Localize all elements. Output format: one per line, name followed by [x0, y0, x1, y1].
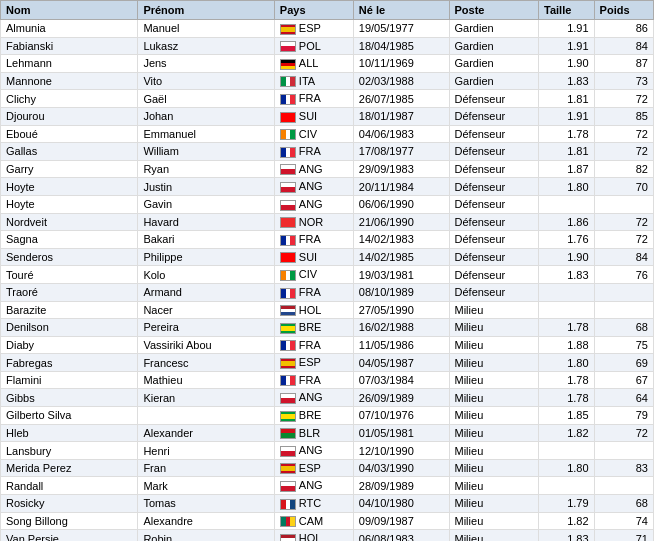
cell-prenom: Philippe [138, 248, 274, 266]
cell-nele: 17/08/1977 [353, 143, 449, 161]
cell-poste: Gardien [449, 55, 539, 73]
cell-pays: SUI [274, 248, 353, 266]
cell-taille: 1.82 [539, 424, 595, 442]
cell-pays: ANG [274, 160, 353, 178]
cell-poids: 71 [594, 530, 653, 541]
cell-nele: 18/01/1987 [353, 107, 449, 125]
cell-prenom: Ryan [138, 160, 274, 178]
cell-prenom: Tomas [138, 495, 274, 513]
cell-poste: Milieu [449, 459, 539, 477]
cell-prenom: Havard [138, 213, 274, 231]
table-row: Fabregas Francesc ESP 04/05/1987 Milieu … [1, 354, 654, 372]
table-row: Nordveit Havard NOR 21/06/1990 Défenseur… [1, 213, 654, 231]
cell-nele: 16/02/1988 [353, 319, 449, 337]
cell-nom: Sagna [1, 231, 138, 249]
cell-prenom: Gavin [138, 195, 274, 213]
cell-taille: 1.81 [539, 143, 595, 161]
cell-poste: Milieu [449, 530, 539, 541]
cell-nele: 06/06/1990 [353, 195, 449, 213]
table-row: Fabianski Lukasz POL 18/04/1985 Gardien … [1, 37, 654, 55]
cell-taille: 1.81 [539, 90, 595, 108]
cell-poste: Milieu [449, 371, 539, 389]
cell-poste: Défenseur [449, 248, 539, 266]
cell-poste: Défenseur [449, 283, 539, 301]
table-row: Senderos Philippe SUI 14/02/1985 Défense… [1, 248, 654, 266]
cell-poids [594, 442, 653, 460]
cell-nele: 26/07/1985 [353, 90, 449, 108]
cell-nom: Garry [1, 160, 138, 178]
col-header-poids: Poids [594, 1, 653, 20]
cell-prenom: Manuel [138, 20, 274, 38]
cell-nom: Traoré [1, 283, 138, 301]
table-row: Almunia Manuel ESP 19/05/1977 Gardien 1.… [1, 20, 654, 38]
cell-prenom: Justin [138, 178, 274, 196]
cell-poids: 72 [594, 125, 653, 143]
cell-pays: FRA [274, 371, 353, 389]
cell-prenom: Jens [138, 55, 274, 73]
cell-taille: 1.78 [539, 319, 595, 337]
cell-pays: ANG [274, 195, 353, 213]
cell-poste: Défenseur [449, 266, 539, 284]
cell-poids [594, 301, 653, 319]
cell-taille [539, 195, 595, 213]
col-header-poste: Poste [449, 1, 539, 20]
cell-poste: Milieu [449, 512, 539, 530]
cell-nom: Eboué [1, 125, 138, 143]
cell-pays: RTC [274, 495, 353, 513]
table-row: Sagna Bakari FRA 14/02/1983 Défenseur 1.… [1, 231, 654, 249]
cell-nom: Djourou [1, 107, 138, 125]
cell-pays: ESP [274, 354, 353, 372]
cell-pays: ANG [274, 389, 353, 407]
cell-nele: 01/05/1981 [353, 424, 449, 442]
cell-prenom: Nacer [138, 301, 274, 319]
cell-poste: Milieu [449, 477, 539, 495]
cell-poids: 75 [594, 336, 653, 354]
table-row: Eboué Emmanuel CIV 04/06/1983 Défenseur … [1, 125, 654, 143]
cell-pays: CIV [274, 266, 353, 284]
table-row: Gibbs Kieran ANG 26/09/1989 Milieu 1.78 … [1, 389, 654, 407]
cell-poste: Défenseur [449, 160, 539, 178]
cell-nom: Lansbury [1, 442, 138, 460]
cell-poids: 72 [594, 143, 653, 161]
cell-taille: 1.78 [539, 389, 595, 407]
cell-prenom: Lukasz [138, 37, 274, 55]
cell-nele: 28/09/1989 [353, 477, 449, 495]
cell-poids [594, 283, 653, 301]
table-row: Hoyte Justin ANG 20/11/1984 Défenseur 1.… [1, 178, 654, 196]
cell-prenom: William [138, 143, 274, 161]
cell-prenom: Alexander [138, 424, 274, 442]
cell-poids: 76 [594, 266, 653, 284]
cell-nele: 07/03/1984 [353, 371, 449, 389]
cell-poids: 74 [594, 512, 653, 530]
table-row: Song Billong Alexandre CAM 09/09/1987 Mi… [1, 512, 654, 530]
cell-nele: 04/06/1983 [353, 125, 449, 143]
cell-poids [594, 195, 653, 213]
cell-poste: Défenseur [449, 231, 539, 249]
cell-pays: BLR [274, 424, 353, 442]
table-row: Lansbury Henri ANG 12/10/1990 Milieu [1, 442, 654, 460]
cell-pays: BRE [274, 407, 353, 425]
cell-nom: Mannone [1, 72, 138, 90]
cell-nele: 06/08/1983 [353, 530, 449, 541]
cell-nele: 08/10/1989 [353, 283, 449, 301]
cell-prenom: Robin [138, 530, 274, 541]
cell-nele: 11/05/1986 [353, 336, 449, 354]
cell-poids: 68 [594, 319, 653, 337]
cell-taille: 1.78 [539, 125, 595, 143]
cell-nele: 18/04/1985 [353, 37, 449, 55]
cell-poste: Défenseur [449, 195, 539, 213]
cell-poste: Milieu [449, 301, 539, 319]
cell-pays: POL [274, 37, 353, 55]
cell-nom: Denilson [1, 319, 138, 337]
cell-poste: Milieu [449, 495, 539, 513]
cell-nom: Clichy [1, 90, 138, 108]
cell-nom: Senderos [1, 248, 138, 266]
cell-nom: Fabregas [1, 354, 138, 372]
cell-poids: 83 [594, 459, 653, 477]
cell-poids: 84 [594, 37, 653, 55]
table-row: Hoyte Gavin ANG 06/06/1990 Défenseur [1, 195, 654, 213]
cell-prenom: Bakari [138, 231, 274, 249]
cell-pays: HOL [274, 530, 353, 541]
cell-taille: 1.80 [539, 459, 595, 477]
cell-taille [539, 442, 595, 460]
